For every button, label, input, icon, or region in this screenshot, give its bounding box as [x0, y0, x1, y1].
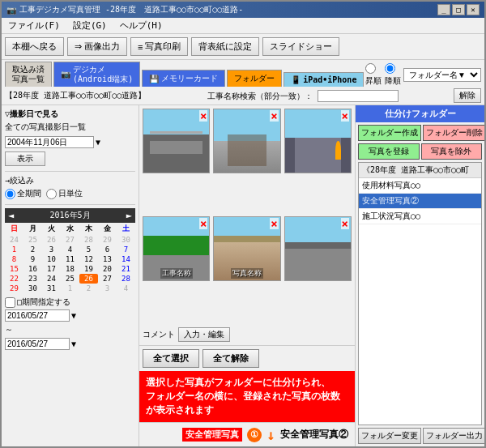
calendar-day[interactable]: 12: [79, 254, 98, 264]
calendar-day[interactable]: 22: [5, 274, 23, 284]
select-all-button[interactable]: 全て選択: [143, 349, 199, 368]
day-unit-radio[interactable]: [46, 189, 57, 199]
dropdown-icon[interactable]: ▼: [96, 138, 100, 147]
calendar-day[interactable]: 8: [5, 254, 23, 264]
remove-photo-button[interactable]: 写真を除外: [421, 143, 483, 160]
calendar-day[interactable]: 14: [117, 254, 135, 264]
to-dropdown-icon[interactable]: ▼: [71, 339, 76, 348]
photo-close-3[interactable]: ×: [341, 110, 349, 122]
show-button[interactable]: 表示: [5, 151, 45, 166]
calendar-day[interactable]: 21: [117, 264, 135, 274]
day-unit-radio-label[interactable]: 日単位: [46, 188, 83, 199]
calendar-day[interactable]: 3: [42, 245, 61, 254]
photo-close-1[interactable]: ×: [199, 110, 207, 122]
from-dropdown-icon[interactable]: ▼: [71, 311, 76, 320]
calendar-day[interactable]: 11: [61, 254, 79, 264]
folder-change-button[interactable]: フォルダー変更: [358, 428, 421, 444]
calendar-day[interactable]: 23: [23, 274, 42, 284]
calendar-day[interactable]: 30: [23, 284, 42, 293]
to-date-input[interactable]: [5, 338, 70, 350]
calendar-day[interactable]: 4: [61, 245, 79, 254]
photo-close-6[interactable]: ×: [341, 218, 349, 229]
calendar-day[interactable]: 2: [23, 245, 42, 254]
background-button[interactable]: 背表紙に設定: [191, 37, 259, 56]
calendar-day[interactable]: 26: [79, 274, 98, 284]
folder-item-2[interactable]: 安全管理写真②: [359, 194, 481, 209]
tab-imported-photos[interactable]: 取込み済写真一覧: [5, 62, 52, 87]
delete-folder-button[interactable]: フォルダー削除: [423, 125, 484, 141]
sort-select[interactable]: フォルダー名▼: [403, 68, 481, 82]
minimize-button[interactable]: _: [437, 4, 450, 15]
calendar-day[interactable]: 25: [61, 274, 79, 284]
image-output-button[interactable]: ⇒ 画像出力: [67, 37, 127, 56]
calendar-day[interactable]: 13: [98, 254, 117, 264]
add-photo-button[interactable]: 写真を登録: [358, 143, 420, 160]
calendar-day[interactable]: 28: [117, 274, 135, 284]
calendar-day[interactable]: 17: [42, 264, 61, 274]
search-input[interactable]: [318, 90, 399, 102]
calendar-day[interactable]: 16: [23, 264, 42, 274]
edit-comment-button[interactable]: 入力・編集: [178, 327, 230, 342]
calendar-day[interactable]: 9: [23, 254, 42, 264]
print-button[interactable]: ≡ 写真印刷: [130, 37, 188, 56]
calendar-day[interactable]: 31: [42, 284, 61, 293]
ipad-icon: 📱: [291, 75, 301, 84]
remove-button[interactable]: 解除: [454, 88, 481, 103]
date-input[interactable]: [5, 136, 94, 148]
calendar-day[interactable]: 18: [61, 264, 79, 274]
photo-close-5[interactable]: ×: [270, 218, 278, 229]
calendar-day[interactable]: 20: [98, 264, 117, 274]
deselect-all-button[interactable]: 全て解除: [202, 349, 259, 368]
calendar-day[interactable]: 29: [5, 284, 23, 293]
tab-ipad-iphone[interactable]: 📱 iPad•iPhone: [284, 72, 364, 87]
calendar-day[interactable]: 24: [5, 235, 23, 245]
calendar-day[interactable]: 26: [42, 235, 61, 245]
photo-close-2[interactable]: ×: [270, 110, 278, 122]
period-checkbox[interactable]: [5, 297, 15, 308]
folder-item-3[interactable]: 施工状況写真○○: [359, 209, 481, 224]
descending-radio-label[interactable]: 降順: [385, 63, 402, 87]
calendar-day[interactable]: 4: [117, 284, 135, 293]
calendar-day[interactable]: 24: [42, 274, 61, 284]
from-date-input[interactable]: [5, 309, 70, 322]
calendar-day[interactable]: 3: [98, 284, 117, 293]
menu-settings[interactable]: 設定(G): [70, 19, 110, 32]
tab-memory-card[interactable]: 💾 メモリーカード: [142, 70, 225, 87]
create-folder-button[interactable]: フォルダー作成: [358, 125, 421, 141]
maximize-button[interactable]: □: [452, 4, 465, 15]
calendar-day[interactable]: 25: [23, 235, 42, 245]
calendar-day[interactable]: 28: [79, 235, 98, 245]
calendar-day[interactable]: 5: [79, 245, 98, 254]
descending-radio[interactable]: [385, 63, 395, 74]
menu-help[interactable]: ヘルプ(H): [117, 19, 166, 32]
tab-digicam[interactable]: 📷 デジカメ(Android端末): [53, 62, 140, 87]
calendar-next-button[interactable]: ►: [126, 210, 132, 221]
notification-bar: 選択した写真がフォルダーに仕分けられ、 フォルダー名の横に、登録された写真の枚数…: [139, 371, 355, 422]
calendar-day[interactable]: 15: [5, 264, 23, 274]
calendar-day[interactable]: 27: [61, 235, 79, 245]
calendar-day[interactable]: 2: [79, 284, 98, 293]
slideshow-button[interactable]: スライドショー: [262, 37, 339, 56]
close-button[interactable]: ✕: [467, 4, 480, 15]
all-period-radio-label[interactable]: 全期間: [5, 188, 41, 199]
folder-output-button[interactable]: フォルダー出力: [423, 428, 484, 444]
all-period-radio[interactable]: [5, 189, 15, 199]
photo-close-4[interactable]: ×: [199, 218, 207, 229]
ascending-radio-label[interactable]: 昇順: [365, 63, 382, 87]
calendar-day[interactable]: 1: [5, 245, 23, 254]
calendar-day[interactable]: 30: [117, 235, 135, 245]
tab-folder[interactable]: フォルダー: [227, 70, 282, 87]
right-panel-actions: 写真を登録 写真を除外: [356, 143, 484, 162]
back-to-bookshelf-button[interactable]: 本棚へ戻る: [5, 37, 64, 56]
calendar-day[interactable]: 6: [98, 245, 117, 254]
menu-file[interactable]: ファイル(F): [5, 19, 63, 32]
calendar-day[interactable]: 29: [98, 235, 117, 245]
folder-item-1[interactable]: 使用材料写真○○: [359, 178, 481, 194]
calendar-day[interactable]: 27: [98, 274, 117, 284]
ascending-radio[interactable]: [365, 63, 376, 74]
calendar-day[interactable]: 19: [79, 264, 98, 274]
calendar-day[interactable]: 1: [61, 284, 79, 293]
calendar-day[interactable]: 10: [42, 254, 61, 264]
calendar-prev-button[interactable]: ◄: [8, 210, 14, 221]
calendar-day[interactable]: 7: [117, 245, 135, 254]
